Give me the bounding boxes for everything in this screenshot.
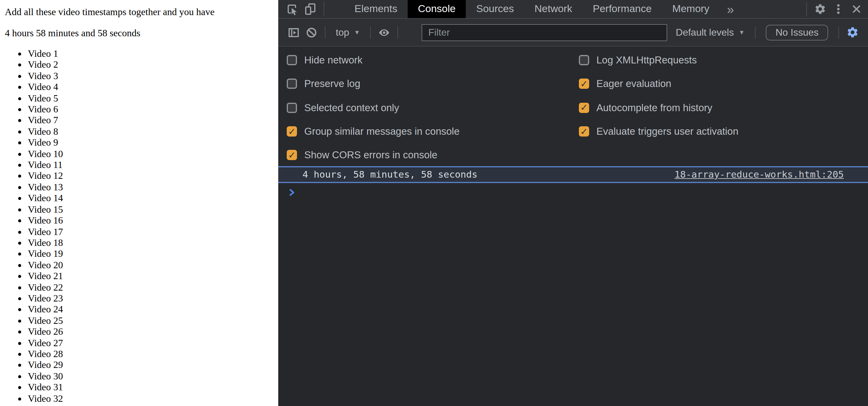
toggle-device-toolbar-button[interactable] [301, 0, 319, 18]
devtools-settings-button[interactable] [811, 0, 829, 18]
setting-label[interactable]: Log XMLHttpRequests [596, 55, 697, 66]
console-settings-button[interactable] [843, 19, 862, 46]
setting-label[interactable]: Selected context only [304, 102, 399, 113]
tab-console[interactable]: Console [408, 0, 466, 18]
clear-console-button[interactable] [303, 19, 320, 46]
console-log-message: 4 hours, 58 minutes, 58 seconds [303, 169, 675, 180]
console-setting-row: Preserve log [287, 72, 460, 96]
show-console-sidebar-button[interactable] [284, 19, 303, 46]
create-live-expression-button[interactable] [375, 19, 393, 46]
tab-network[interactable]: Network [524, 0, 583, 18]
video-list-item: Video 10 [28, 148, 278, 160]
video-list-item: Video 2 [28, 60, 278, 71]
chevron-down-icon: ▼ [354, 29, 360, 36]
inspect-cursor-icon [286, 3, 299, 15]
video-list-item: Video 1 [28, 48, 278, 60]
filter-input[interactable] [422, 24, 667, 41]
video-list-item: Video 19 [28, 248, 278, 260]
gear-icon [814, 3, 826, 15]
setting-label[interactable]: Eager evaluation [596, 78, 672, 90]
console-setting-row: Log XMLHttpRequests [579, 48, 739, 72]
more-tabs-button[interactable]: » [719, 3, 741, 15]
setting-checkbox-group-similar-messages-in-console[interactable] [287, 126, 297, 137]
tab-memory[interactable]: Memory [662, 0, 720, 18]
tab-performance[interactable]: Performance [583, 0, 662, 18]
video-list-item: Video 28 [28, 349, 278, 360]
video-list-item: Video 31 [28, 382, 278, 393]
video-list-item: Video 22 [28, 282, 278, 293]
tab-sources[interactable]: Sources [466, 0, 524, 18]
toolbar-separator [397, 26, 398, 38]
setting-label[interactable]: Autocomplete from history [596, 102, 712, 113]
console-toolbar: top ▼ Default levels ▼ No Issues [278, 19, 868, 46]
video-list-item: Video 7 [28, 115, 278, 126]
toolbar-separator [839, 26, 839, 38]
eye-icon [377, 26, 391, 38]
video-list-item: Video 17 [28, 226, 278, 237]
devtools-menu-button[interactable] [829, 0, 847, 18]
settings-column-left: Hide network Preserve log Selected conte… [287, 48, 460, 167]
devtools-tabbar: Elements Console Sources Network Perform… [278, 0, 868, 19]
setting-checkbox-preserve-log[interactable] [287, 79, 297, 89]
video-list-item: Video 14 [28, 193, 278, 204]
video-list-item: Video 30 [28, 371, 278, 382]
setting-label[interactable]: Preserve log [304, 78, 360, 90]
console-log-row: 4 hours, 58 minutes, 58 seconds 18-array… [278, 166, 868, 183]
screenshot-stage: Add all these video timestamps together … [0, 0, 868, 406]
toolbar-separator [325, 26, 326, 38]
video-list-item: Video 8 [28, 126, 278, 137]
close-devtools-button[interactable] [847, 0, 866, 18]
devtools-panel: Elements Console Sources Network Perform… [278, 0, 868, 406]
result-text: 4 hours 58 minutes and 58 seconds [5, 27, 278, 39]
setting-checkbox-evaluate-triggers-user-activation[interactable] [579, 126, 589, 137]
tab-elements[interactable]: Elements [344, 0, 408, 18]
console-setting-row: Hide network [287, 48, 460, 72]
console-empty-area[interactable] [278, 201, 868, 406]
video-list-item: Video 27 [28, 337, 278, 349]
video-list-item: Video 29 [28, 360, 278, 371]
video-list-item: Video 6 [28, 104, 278, 115]
video-list-item: Video 16 [28, 215, 278, 226]
tabbar-separator [323, 2, 324, 16]
prompt-chevron-icon [288, 188, 296, 196]
video-list-item: Video 25 [28, 315, 278, 327]
console-source-link[interactable]: 18-array-reduce-works.html:205 [675, 169, 844, 180]
video-list-item: Video 5 [28, 93, 278, 104]
device-toolbar-icon [304, 2, 317, 16]
console-setting-row: Eager evaluation [579, 72, 739, 96]
log-levels-dropdown[interactable]: Default levels ▼ [670, 27, 751, 38]
setting-checkbox-log-xmlhttprequests[interactable] [579, 55, 589, 65]
setting-checkbox-selected-context-only[interactable] [287, 102, 297, 113]
video-list-item: Video 3 [28, 71, 278, 82]
console-setting-row: Group similar messages in console [287, 120, 460, 143]
video-list-item: Video 13 [28, 182, 278, 193]
setting-label[interactable]: Evaluate triggers user activation [596, 126, 739, 137]
setting-checkbox-hide-network[interactable] [287, 55, 297, 65]
setting-label[interactable]: Hide network [304, 55, 363, 66]
javascript-context-dropdown[interactable]: top ▼ [330, 27, 366, 38]
video-list-item: Video 32 [28, 393, 278, 404]
setting-checkbox-eager-evaluation[interactable] [579, 79, 589, 89]
setting-label[interactable]: Group similar messages in console [304, 126, 460, 137]
console-setting-row: Evaluate triggers user activation [579, 120, 739, 143]
video-list: Video 1 Video 2 Video 3 Video 4 Video 5 … [5, 48, 278, 404]
setting-label[interactable]: Show CORS errors in console [304, 149, 437, 161]
console-prompt[interactable] [278, 183, 868, 201]
video-list-item: Video 18 [28, 237, 278, 248]
inspect-element-button[interactable] [283, 0, 301, 18]
video-list-item: Video 21 [28, 271, 278, 282]
console-settings-pane: Hide network Preserve log Selected conte… [278, 46, 868, 166]
video-list-item: Video 26 [28, 326, 278, 337]
console-setting-row: Selected context only [287, 96, 460, 120]
video-list-item: Video 11 [28, 160, 278, 171]
chevron-down-icon: ▼ [739, 29, 745, 36]
setting-checkbox-show-cors-errors-in-console[interactable] [287, 150, 297, 160]
console-setting-row: Show CORS errors in console [287, 143, 460, 167]
video-list-item: Video 23 [28, 293, 278, 304]
no-issues-button[interactable]: No Issues [766, 25, 828, 40]
toolbar-separator [755, 26, 755, 38]
toolbar-separator [370, 26, 371, 38]
console-setting-row: Autocomplete from history [579, 96, 739, 120]
setting-checkbox-autocomplete-from-history[interactable] [579, 102, 589, 113]
video-list-item: Video 20 [28, 260, 278, 271]
